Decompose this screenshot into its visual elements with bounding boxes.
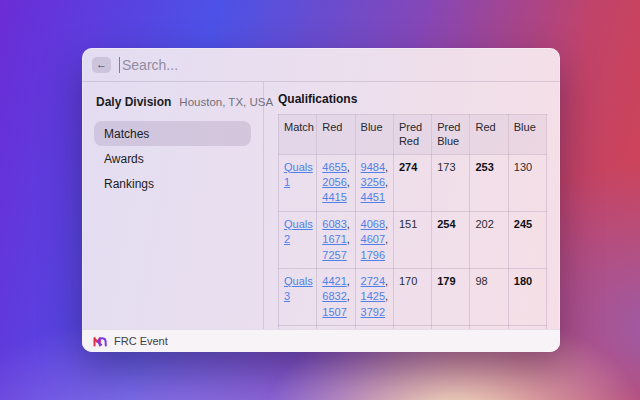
desktop-background: ← Daly Division Houston, TX, USA Matches… xyxy=(0,0,640,400)
red-team-link[interactable]: 6083 xyxy=(322,218,346,230)
match-row: Quals 34421,6832,15072724,1425,379217017… xyxy=(279,268,547,325)
pred-red-score-cell: 151 xyxy=(393,211,431,268)
match-cell: Quals 1 xyxy=(279,154,317,211)
red-team-link[interactable]: 1507 xyxy=(322,306,346,318)
column-header-blue: Blue xyxy=(355,115,393,155)
blue-team-link[interactable]: 2724 xyxy=(361,275,385,287)
blue-score-cell: 130 xyxy=(508,154,546,211)
blue-score-cell: 245 xyxy=(508,211,546,268)
blue-team-link[interactable]: 3256 xyxy=(361,176,385,188)
red-team-link[interactable]: 4655 xyxy=(322,161,346,173)
search-input[interactable] xyxy=(119,57,550,73)
back-button[interactable]: ← xyxy=(92,57,111,73)
extension-name: FRC Event xyxy=(114,335,168,347)
column-header-red: Red xyxy=(470,115,508,155)
match-cell: Quals 3 xyxy=(279,268,317,325)
match-row: Quals 14655,2056,44159484,3256,445127417… xyxy=(279,154,547,211)
red-score-cell: 98 xyxy=(470,268,508,325)
blue-teams-cell: 9484,3256,4451 xyxy=(355,154,393,211)
pred-red-score-cell: 274 xyxy=(393,154,431,211)
frc-event-logo-icon xyxy=(93,336,107,347)
sidebar-item-matches[interactable]: Matches xyxy=(94,121,251,146)
arrow-left-icon: ← xyxy=(96,59,107,70)
blue-teams-cell: 4068,4607,1796 xyxy=(355,211,393,268)
match-cell: Quals 2 xyxy=(279,211,317,268)
blue-team-link[interactable]: 4451 xyxy=(361,191,385,203)
section-title: Qualifications xyxy=(278,92,560,106)
window-body: Daly Division Houston, TX, USA MatchesAw… xyxy=(82,82,560,329)
red-team-link[interactable]: 6832 xyxy=(322,290,346,302)
red-teams-cell: 4421,6832,1507 xyxy=(317,268,355,325)
footer-bar: FRC Event xyxy=(82,329,560,352)
sidebar: Daly Division Houston, TX, USA MatchesAw… xyxy=(82,82,264,329)
blue-teams-cell: 2724,1425,3792 xyxy=(355,268,393,325)
red-team-link[interactable]: 4415 xyxy=(322,191,346,203)
column-header-match: Match xyxy=(279,115,317,155)
blue-team-link[interactable]: 1796 xyxy=(361,249,385,261)
match-link[interactable]: Quals 3 xyxy=(284,275,313,302)
column-header-pred-red: Pred Red xyxy=(393,115,431,155)
blue-team-link[interactable]: 9484 xyxy=(361,161,385,173)
blue-score-cell: 180 xyxy=(508,268,546,325)
red-score-cell: 202 xyxy=(470,211,508,268)
pred-blue-score-cell: 179 xyxy=(432,268,470,325)
sidebar-item-awards[interactable]: Awards xyxy=(94,146,251,171)
search-bar: ← xyxy=(82,48,560,82)
blue-team-link[interactable]: 4068 xyxy=(361,218,385,230)
match-link[interactable]: Quals 1 xyxy=(284,161,313,188)
red-team-link[interactable]: 7257 xyxy=(322,249,346,261)
event-title: Daly Division xyxy=(96,95,171,109)
match-link[interactable]: Quals 2 xyxy=(284,218,313,245)
column-header-red: Red xyxy=(317,115,355,155)
red-team-link[interactable]: 4421 xyxy=(322,275,346,287)
event-location: Houston, TX, USA xyxy=(179,96,273,108)
qualifications-table: MatchRedBluePred RedPred BlueRedBlue Qua… xyxy=(278,114,547,329)
blue-team-link[interactable]: 4607 xyxy=(361,233,385,245)
red-teams-cell: 6083,1671,7257 xyxy=(317,211,355,268)
column-header-blue: Blue xyxy=(508,115,546,155)
pred-blue-score-cell: 254 xyxy=(432,211,470,268)
event-header: Daly Division Houston, TX, USA xyxy=(96,95,249,109)
table-header-row: MatchRedBluePred RedPred BlueRedBlue xyxy=(279,115,547,155)
launcher-window: ← Daly Division Houston, TX, USA Matches… xyxy=(82,48,560,352)
red-score-cell: 253 xyxy=(470,154,508,211)
blue-team-link[interactable]: 1425 xyxy=(361,290,385,302)
pred-red-score-cell: 170 xyxy=(393,268,431,325)
column-header-pred-blue: Pred Blue xyxy=(432,115,470,155)
blue-team-link[interactable]: 3792 xyxy=(361,306,385,318)
red-team-link[interactable]: 1671 xyxy=(322,233,346,245)
match-row: Quals 26083,1671,72574068,4607,179615125… xyxy=(279,211,547,268)
pred-blue-score-cell: 173 xyxy=(432,154,470,211)
sidebar-item-rankings[interactable]: Rankings xyxy=(94,171,251,196)
main-panel: Qualifications MatchRedBluePred RedPred … xyxy=(264,82,560,329)
quals-table-body: Quals 14655,2056,44159484,3256,445127417… xyxy=(279,154,547,329)
red-teams-cell: 4655,2056,4415 xyxy=(317,154,355,211)
red-team-link[interactable]: 2056 xyxy=(322,176,346,188)
sidebar-items: MatchesAwardsRankings xyxy=(94,121,251,196)
